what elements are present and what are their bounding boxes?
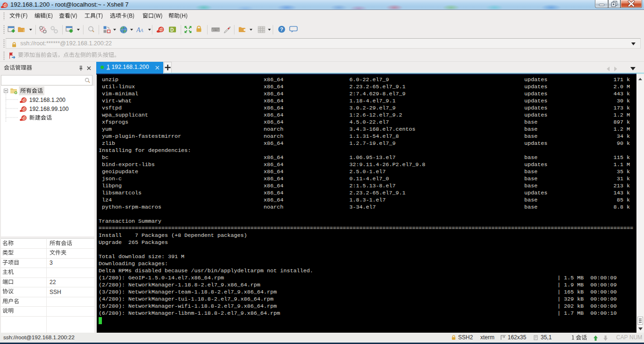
svg-text:A: A [140, 27, 143, 33]
svg-text:?: ? [280, 26, 284, 32]
svg-text:D: D [170, 27, 174, 33]
